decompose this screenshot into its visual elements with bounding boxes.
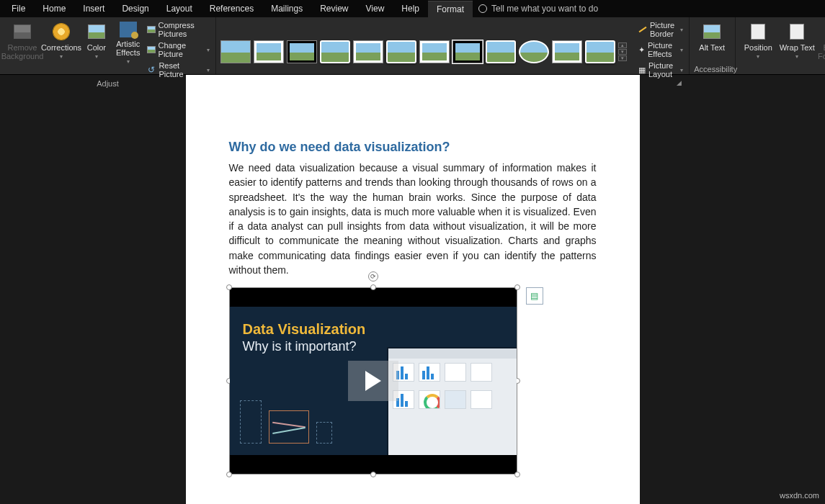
tab-references[interactable]: References xyxy=(201,1,262,17)
change-picture-icon xyxy=(147,45,156,55)
alt-text-button[interactable]: Alt Text xyxy=(694,20,730,65)
wrap-text-button[interactable]: Wrap Text xyxy=(779,20,815,65)
tab-format[interactable]: Format xyxy=(428,1,473,17)
video-thumbnail[interactable]: Data Visualization Why is it important? xyxy=(229,287,517,474)
video-title-1: Data Visualization xyxy=(243,321,504,338)
corrections-button[interactable]: Corrections xyxy=(43,20,79,65)
style-thumb-10[interactable] xyxy=(519,40,549,63)
doc-heading[interactable]: Why do we need data visualization? xyxy=(229,140,597,155)
lightbulb-icon xyxy=(478,4,487,13)
picture-color-icon xyxy=(86,22,107,42)
alt-text-icon xyxy=(702,22,722,42)
rotate-handle[interactable]: ⟳ xyxy=(368,271,378,282)
style-thumb-11[interactable] xyxy=(552,40,582,63)
tell-me-search[interactable]: Tell me what you want to do xyxy=(478,4,598,14)
style-thumb-5[interactable] xyxy=(353,40,383,63)
style-thumb-3[interactable] xyxy=(287,40,317,63)
mini-panel-icon xyxy=(445,363,466,382)
color-button[interactable]: Color xyxy=(82,20,111,65)
artistic-effects-icon xyxy=(118,22,138,38)
styles-dialog-launcher[interactable]: ◢ xyxy=(677,79,684,89)
watermark: wsxdn.com xyxy=(780,491,819,500)
mini-map-icon xyxy=(445,390,466,409)
effects-icon: ✦ xyxy=(638,45,645,55)
resize-handle-bl[interactable] xyxy=(226,472,232,477)
group-arrange: Position Wrap Text ▭ Bring Forward xyxy=(736,17,825,74)
page[interactable]: Why do we need data visualization? We ne… xyxy=(186,75,640,504)
tab-home[interactable]: Home xyxy=(34,1,74,17)
play-button[interactable] xyxy=(348,361,398,401)
tab-insert[interactable]: Insert xyxy=(74,1,113,17)
ribbon-tabs: File Home Insert Design Layout Reference… xyxy=(0,0,825,17)
tab-design[interactable]: Design xyxy=(113,1,157,17)
bring-forward-icon: ▭ xyxy=(822,22,825,42)
line-chart-icon xyxy=(269,410,309,444)
server-icon xyxy=(240,400,262,444)
style-thumb-7[interactable] xyxy=(419,40,450,63)
group-label-arrange xyxy=(740,65,825,75)
layout-options-button[interactable]: ▤ xyxy=(526,287,543,305)
style-thumb-1[interactable] xyxy=(220,40,251,63)
picture-style-gallery: ▴ ▾ ▾ xyxy=(220,36,628,63)
selected-video-object[interactable]: ⟳ ▤ Data Visualization Why is it importa… xyxy=(229,287,517,474)
tab-review[interactable]: Review xyxy=(311,1,357,17)
video-body: Data Visualization Why is it important? xyxy=(230,307,517,455)
tab-file[interactable]: File xyxy=(3,1,34,17)
video-letterbox-top xyxy=(230,288,517,307)
mini-panel-icon xyxy=(471,363,492,382)
tab-help[interactable]: Help xyxy=(393,1,428,17)
group-accessibility: Alt Text Accessibility xyxy=(690,17,736,74)
mini-donut-chart-icon xyxy=(419,390,440,409)
adjust-mini-buttons: Compress Pictures Change Picture ↺ Reset… xyxy=(146,20,211,79)
document-area[interactable]: Why do we need data visualization? We ne… xyxy=(0,75,825,504)
style-thumb-8[interactable] xyxy=(452,40,483,63)
tell-me-label: Tell me what you want to do xyxy=(491,4,598,14)
group-label-accessibility: Accessibility xyxy=(694,65,731,75)
style-thumb-6[interactable] xyxy=(386,40,416,63)
gallery-up-button[interactable]: ▴ xyxy=(618,42,627,48)
position-icon xyxy=(748,22,768,42)
layout-icon: ▦ xyxy=(638,65,646,75)
group-label-adjust: Adjust xyxy=(4,79,211,89)
style-thumb-4[interactable] xyxy=(320,40,350,63)
bring-forward-button: ▭ Bring Forward xyxy=(818,20,825,65)
position-button[interactable]: Position xyxy=(740,20,776,65)
resize-handle-t[interactable] xyxy=(370,284,376,290)
video-graphic-icons xyxy=(240,400,332,444)
tab-layout[interactable]: Layout xyxy=(158,1,201,17)
artistic-effects-button[interactable]: Artistic Effects xyxy=(114,20,143,65)
tab-view[interactable]: View xyxy=(357,1,393,17)
picture-border-button[interactable]: Picture Border xyxy=(637,20,684,39)
resize-handle-tr[interactable] xyxy=(514,284,520,290)
dashboard-laptop xyxy=(387,347,517,455)
group-picture-styles: ▴ ▾ ▾ Picture Border ✦ Picture Effects ▦… xyxy=(216,17,690,74)
gallery-scroll: ▴ ▾ ▾ xyxy=(618,42,628,61)
sun-icon xyxy=(51,22,71,42)
gallery-more-button[interactable]: ▾ xyxy=(618,55,627,61)
style-thumb-2[interactable] xyxy=(254,40,284,63)
picture-layout-button[interactable]: ▦ Picture Layout xyxy=(637,60,684,79)
play-icon xyxy=(365,371,381,391)
resize-handle-b[interactable] xyxy=(370,472,376,477)
border-icon xyxy=(638,24,647,35)
reset-icon: ↺ xyxy=(147,65,156,75)
style-thumb-12[interactable] xyxy=(585,40,615,63)
gallery-down-button[interactable]: ▾ xyxy=(618,49,627,55)
tab-mailings[interactable]: Mailings xyxy=(262,1,311,17)
style-thumb-9[interactable] xyxy=(486,40,516,63)
picture-style-options: Picture Border ✦ Picture Effects ▦ Pictu… xyxy=(637,20,684,79)
remove-bg-icon xyxy=(12,22,32,42)
compress-pictures-button[interactable]: Compress Pictures xyxy=(146,20,211,39)
ribbon: Remove Background Corrections Color Arti… xyxy=(0,17,825,75)
doc-paragraph[interactable]: We need data visualization because a vis… xyxy=(229,161,597,277)
group-adjust: Remove Background Corrections Color Arti… xyxy=(0,17,216,74)
mini-panel-icon xyxy=(471,390,492,409)
picture-effects-button[interactable]: ✦ Picture Effects xyxy=(637,40,684,59)
remove-background-button: Remove Background xyxy=(4,20,40,65)
mini-bar-chart-icon xyxy=(419,363,440,382)
change-picture-button[interactable]: Change Picture xyxy=(146,40,211,59)
resize-handle-br[interactable] xyxy=(514,472,520,477)
resize-handle-tl[interactable] xyxy=(226,284,232,290)
document-icon xyxy=(316,422,332,444)
wrap-text-icon xyxy=(787,22,807,42)
